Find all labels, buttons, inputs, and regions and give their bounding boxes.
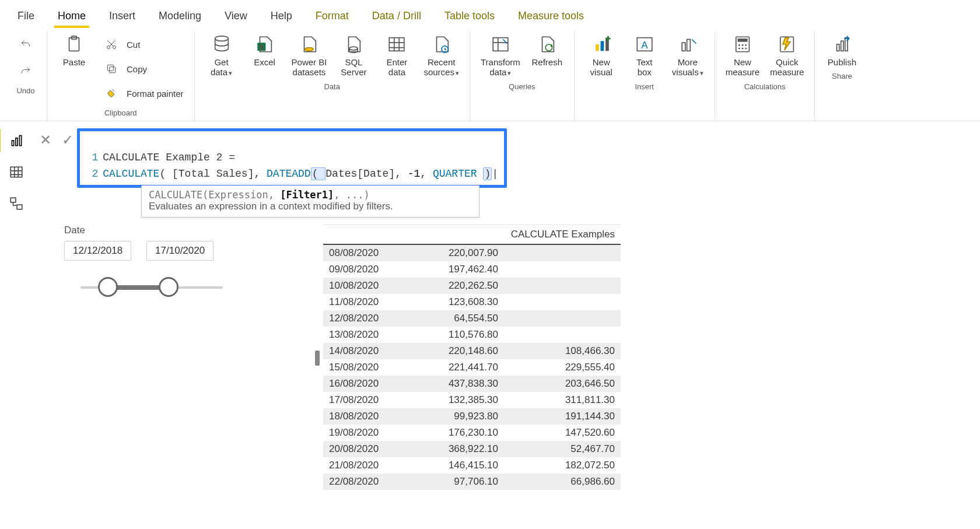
- format-painter-button[interactable]: Format painter: [101, 83, 184, 104]
- tab-help[interactable]: Help: [267, 5, 296, 28]
- text-box-button[interactable]: A Text box: [628, 34, 661, 78]
- workspace: ✕ ✓ 1CALCULATE Example 2 = 2CALCULATE( […: [0, 121, 980, 490]
- report-view-button[interactable]: [8, 132, 25, 149]
- enter-data-button[interactable]: Enter data: [380, 34, 413, 78]
- publish-label: Publish: [828, 57, 856, 67]
- table-row[interactable]: 17/08/2020132,385.30311,811.30: [323, 392, 621, 408]
- table-row[interactable]: 12/08/202064,554.50: [323, 310, 621, 327]
- tab-file[interactable]: File: [14, 5, 38, 28]
- slicer-to-input[interactable]: 17/10/2020: [146, 241, 214, 261]
- group-clipboard: Paste Cut Copy Format painter Clipboard: [47, 31, 195, 121]
- paste-icon: [64, 34, 85, 55]
- cell-value-2: 108,466.30: [504, 343, 621, 359]
- svg-rect-20: [687, 40, 690, 51]
- group-label: Clipboard: [104, 107, 137, 121]
- table-row[interactable]: 08/08/2020220,007.90: [323, 245, 621, 261]
- formula-editor[interactable]: 1CALCULATE Example 2 = 2CALCULATE( [Tota…: [77, 128, 507, 188]
- svg-point-6: [215, 36, 228, 41]
- table-row[interactable]: 22/08/202097,706.1066,986.60: [323, 474, 621, 490]
- slicer-from-input[interactable]: 12/12/2018: [64, 241, 131, 261]
- text-box-label: Text box: [636, 57, 653, 78]
- cell-date: 15/08/2020: [323, 359, 411, 376]
- table-row[interactable]: 09/08/2020197,462.40: [323, 261, 621, 278]
- table-row[interactable]: 15/08/2020221,441.70229,555.40: [323, 359, 621, 376]
- paste-button[interactable]: Paste: [58, 34, 90, 67]
- cell-value-1: 176,230.10: [411, 425, 504, 441]
- intellisense-tooltip: CALCULATE(Expression, [Filter1], ...) Ev…: [141, 185, 480, 218]
- refresh-button[interactable]: Refresh: [531, 34, 564, 67]
- cell-date: 16/08/2020: [323, 376, 411, 392]
- cell-date: 19/08/2020: [323, 425, 411, 441]
- sql-server-label: SQL Server: [341, 57, 366, 78]
- quick-measure-button[interactable]: Quick measure: [770, 34, 804, 78]
- formula-cancel-button[interactable]: ✕: [40, 132, 51, 148]
- table-row[interactable]: 10/08/2020220,262.50: [323, 278, 621, 294]
- copy-button[interactable]: Copy: [101, 58, 184, 79]
- table-row[interactable]: 13/08/2020110,576.80: [323, 327, 621, 343]
- publish-icon: [831, 34, 852, 55]
- tab-modeling[interactable]: Modeling: [155, 5, 205, 28]
- slider-handle-left[interactable]: [98, 277, 118, 297]
- svg-point-24: [741, 44, 743, 46]
- refresh-label: Refresh: [531, 57, 562, 67]
- data-table[interactable]: CALCULATE Examples 08/08/2020220,007.900…: [323, 225, 621, 490]
- paren-highlight-icon: (: [311, 167, 326, 180]
- text-box-icon: A: [634, 34, 655, 55]
- table-row[interactable]: 21/08/2020146,415.10182,072.50: [323, 457, 621, 474]
- svg-rect-15: [600, 41, 604, 51]
- tab-view[interactable]: View: [221, 5, 251, 28]
- tab-home[interactable]: Home: [54, 5, 89, 28]
- more-visuals-button[interactable]: More visuals▾: [671, 34, 704, 78]
- recent-sources-button[interactable]: Recent sources▾: [424, 34, 459, 78]
- report-surface[interactable]: Date 12/12/2018 17/10/2020 CALC: [33, 218, 980, 490]
- svg-rect-19: [682, 43, 685, 51]
- pbi-datasets-button[interactable]: Power BI datasets: [292, 34, 327, 78]
- database-icon: [211, 34, 232, 55]
- column-header[interactable]: CALCULATE Examples: [504, 225, 621, 244]
- table-row[interactable]: 19/08/2020176,230.10147,520.60: [323, 425, 621, 441]
- new-measure-button[interactable]: New measure: [726, 34, 760, 78]
- cell-value-1: 197,462.40: [411, 261, 504, 278]
- cell-value-2: [504, 245, 621, 261]
- svg-rect-34: [16, 138, 18, 146]
- table-row[interactable]: 14/08/2020220,148.60108,466.30: [323, 343, 621, 359]
- table-row[interactable]: 11/08/2020123,608.30: [323, 294, 621, 310]
- table-row[interactable]: 20/08/2020368,922.1052,467.70: [323, 441, 621, 457]
- recent-sources-icon: [431, 34, 452, 55]
- copy-icon: [101, 58, 122, 79]
- more-visuals-label: More visuals▾: [672, 57, 704, 78]
- cut-button[interactable]: Cut: [101, 34, 184, 55]
- tab-table-tools[interactable]: Table tools: [441, 5, 498, 28]
- tab-measure-tools[interactable]: Measure tools: [514, 5, 587, 28]
- tab-data-drill[interactable]: Data / Drill: [369, 5, 425, 28]
- cell-value-2: [504, 310, 621, 327]
- cell-date: 12/08/2020: [323, 310, 411, 327]
- model-view-button[interactable]: [8, 195, 25, 212]
- transform-data-button[interactable]: Transform data▾: [481, 34, 520, 78]
- get-data-button[interactable]: Get data▾: [205, 34, 238, 78]
- tab-insert[interactable]: Insert: [106, 5, 139, 28]
- tab-format[interactable]: Format: [312, 5, 352, 28]
- table-resize-handle[interactable]: [315, 351, 320, 366]
- table-row[interactable]: 16/08/2020437,838.30203,646.50: [323, 376, 621, 392]
- publish-button[interactable]: Publish: [825, 34, 858, 67]
- canvas: ✕ ✓ 1CALCULATE Example 2 = 2CALCULATE( […: [33, 121, 980, 490]
- svg-rect-32: [845, 38, 848, 51]
- svg-point-25: [745, 44, 747, 46]
- range-slider[interactable]: [64, 276, 239, 299]
- cell-value-2: [504, 278, 621, 294]
- cell-value-1: 123,608.30: [411, 294, 504, 310]
- new-visual-button[interactable]: New visual: [585, 34, 618, 78]
- undo-icon[interactable]: [15, 34, 36, 55]
- svg-point-23: [738, 44, 740, 46]
- cell-value-1: 97,706.10: [411, 474, 504, 490]
- redo-icon[interactable]: [15, 61, 36, 82]
- slider-handle-right[interactable]: [159, 277, 178, 297]
- formula-commit-button[interactable]: ✓: [62, 132, 74, 148]
- excel-button[interactable]: X Excel: [249, 34, 281, 67]
- data-view-button[interactable]: [8, 163, 25, 181]
- token-calculate: CALCULATE: [103, 168, 159, 180]
- table-row[interactable]: 18/08/202099,923.80191,144.30: [323, 408, 621, 425]
- date-slicer[interactable]: Date 12/12/2018 17/10/2020: [64, 225, 298, 299]
- sql-server-button[interactable]: SQL Server: [337, 34, 370, 78]
